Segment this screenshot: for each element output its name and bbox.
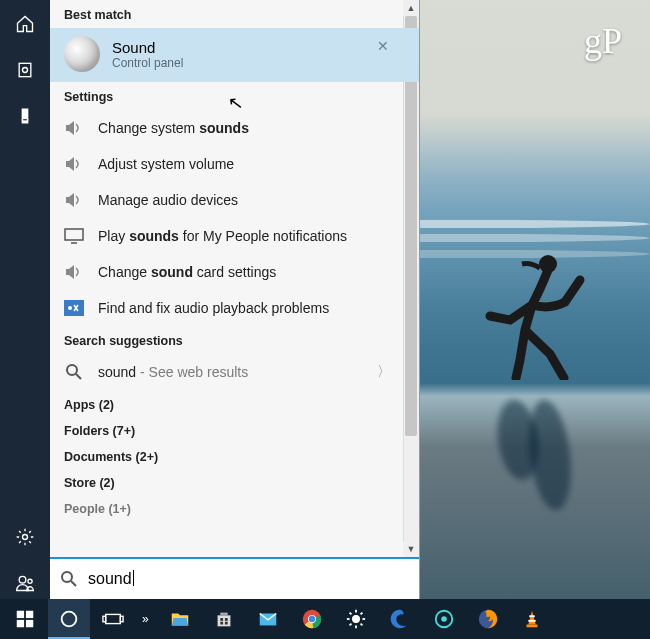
svg-point-20 [62,612,77,627]
start-rail [0,0,50,599]
speaker-icon [64,119,84,137]
taskbar-vlc[interactable] [511,599,553,639]
svg-line-40 [360,613,362,615]
taskbar: » [0,599,650,639]
taskview-button[interactable] [92,599,134,639]
settings-result[interactable]: Manage audio devices [50,182,419,218]
svg-line-39 [349,624,351,626]
settings-header: Settings [50,82,419,110]
web-suggestion[interactable]: sound - See web results 〉 [50,354,419,390]
svg-rect-4 [23,119,28,122]
svg-point-12 [67,365,77,375]
svg-point-6 [19,576,26,583]
scrollbar[interactable]: ▲ ▼ [403,0,419,557]
category-apps[interactable]: Apps (2) [50,390,419,416]
sound-icon [64,36,100,72]
svg-rect-44 [526,625,537,628]
taskbar-overflow[interactable]: » [136,612,157,626]
search-input[interactable]: sound [88,570,134,588]
rail-home-icon[interactable] [9,8,41,40]
chevron-right-icon: 〉 [377,363,391,381]
taskbar-brightness[interactable] [335,599,377,639]
svg-line-13 [76,374,81,379]
svg-rect-46 [528,620,535,622]
taskbar-app-circle[interactable] [423,599,465,639]
rail-settings-icon[interactable] [9,521,41,553]
svg-line-15 [71,581,76,586]
settings-result[interactable]: Adjust system volume [50,146,419,182]
taskbar-explorer[interactable] [159,599,201,639]
svg-point-7 [28,579,32,583]
rail-user-icon[interactable] [9,567,41,599]
speaker-icon [64,263,84,281]
settings-result[interactable]: Find and fix audio playback problems [50,290,419,326]
category-documents[interactable]: Documents (2+) [50,442,419,468]
speaker-icon [64,191,84,209]
rail-device-icon[interactable] [9,100,41,132]
svg-rect-24 [220,618,223,621]
search-panel: ▲ ▼ Best match Sound Control panel ✕ ↖ S… [50,0,420,599]
taskbar-edge[interactable] [379,599,421,639]
svg-rect-1 [19,63,31,76]
taskbar-chrome[interactable] [291,599,333,639]
svg-rect-22 [103,616,106,622]
scroll-up-button[interactable]: ▲ [403,0,419,16]
settings-result[interactable]: Change system sounds [50,110,419,146]
svg-point-11 [68,306,72,310]
best-match-title: Sound [112,39,183,56]
svg-rect-21 [106,614,121,623]
taskbar-store[interactable] [203,599,245,639]
taskbar-mail[interactable] [247,599,289,639]
svg-rect-17 [26,611,33,618]
svg-point-5 [23,535,28,540]
rail-recent-icon[interactable] [9,54,41,86]
svg-rect-19 [26,620,33,627]
category-store[interactable]: Store (2) [50,468,419,494]
svg-rect-25 [225,618,228,621]
svg-point-32 [352,615,359,622]
best-match-result[interactable]: Sound Control panel ✕ [50,28,419,82]
best-match-header: Best match [50,0,419,28]
svg-rect-27 [225,622,228,625]
search-bar[interactable]: sound [50,557,419,599]
watermark: gP [584,20,622,62]
svg-rect-16 [17,611,24,618]
settings-result[interactable]: Play sounds for My People notifications [50,218,419,254]
cortana-button[interactable] [48,599,90,639]
category-people[interactable]: People (1+) [50,494,419,520]
svg-line-37 [349,613,351,615]
wallpaper-figure [470,250,590,380]
svg-point-2 [23,68,28,73]
svg-rect-10 [64,300,84,316]
svg-line-38 [360,624,362,626]
svg-rect-26 [220,622,223,625]
svg-point-14 [62,572,72,582]
svg-point-31 [308,616,314,622]
settings-result[interactable]: Change sound card settings [50,254,419,290]
start-button[interactable] [4,599,46,639]
taskbar-firefox[interactable] [467,599,509,639]
monitor-icon [64,227,84,245]
svg-rect-23 [120,616,123,622]
close-icon[interactable]: ✕ [377,38,389,54]
suggestions-header: Search suggestions [50,326,419,354]
best-match-subtitle: Control panel [112,56,183,70]
search-icon [64,363,84,381]
svg-rect-18 [17,620,24,627]
search-icon [60,570,78,588]
svg-point-42 [441,616,447,622]
speaker-icon [64,155,84,173]
svg-rect-8 [65,229,83,240]
scroll-down-button[interactable]: ▼ [403,541,419,557]
troubleshoot-icon [64,299,84,317]
category-folders[interactable]: Folders (7+) [50,416,419,442]
svg-rect-45 [529,615,535,617]
